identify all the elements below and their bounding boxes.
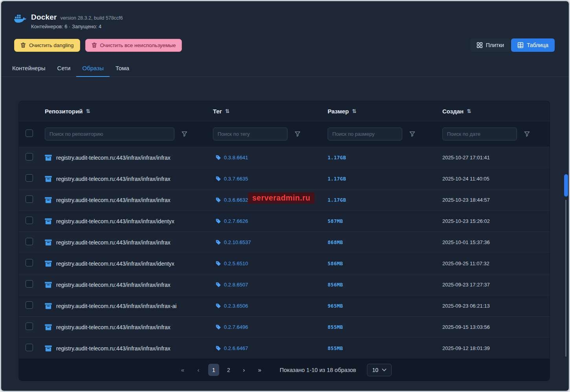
image-created: 2025-10-24 11:40:05 [442, 176, 550, 182]
filter-icon[interactable] [181, 131, 187, 137]
image-tag[interactable]: 0.2.7.6496 [224, 324, 248, 330]
table-view-button[interactable]: Таблица [511, 38, 555, 52]
image-box-icon [45, 176, 52, 182]
table-row[interactable]: registry.audit-telecom.ru:443/infrax/inf… [19, 337, 550, 359]
container-stats: Контейнеров: 6 · Запущено: 4 [31, 24, 123, 29]
tag-icon [216, 303, 221, 308]
image-tag[interactable]: 0.2.5.6510 [224, 261, 248, 266]
image-tag[interactable]: 0.3.6.6632 [224, 197, 248, 203]
image-tag[interactable]: 0.2.6.6467 [224, 345, 248, 351]
table-row[interactable]: registry.audit-telecom.ru:443/infrax/inf… [19, 210, 550, 232]
size-filter-input[interactable] [328, 128, 402, 140]
repository-name: registry.audit-telecom.ru:443/infrax/inf… [56, 155, 170, 161]
image-created: 2025-10-23 15:26:02 [442, 218, 550, 224]
image-box-icon [45, 197, 52, 203]
table-row[interactable]: registry.audit-telecom.ru:443/infrax/inf… [19, 295, 550, 316]
tab-networks[interactable]: Сети [51, 60, 77, 77]
image-size: 1.17GB [328, 155, 442, 160]
row-checkbox[interactable] [26, 153, 33, 160]
sort-icon[interactable]: ⇅ [225, 108, 229, 114]
image-created: 2025-10-27 17:01:41 [442, 155, 550, 160]
repository-name: registry.audit-telecom.ru:443/infrax/inf… [56, 345, 170, 352]
column-header-tag[interactable]: Тег ⇅ [213, 108, 328, 115]
image-created: 2025-09-23 17:27:37 [442, 282, 550, 288]
image-tag[interactable]: 0.2.7.6626 [224, 218, 248, 224]
image-created: 2025-10-23 18:44:57 [442, 197, 550, 203]
image-size: 868MB [328, 239, 442, 245]
repository-name: registry.audit-telecom.ru:443/infrax/inf… [56, 282, 170, 288]
image-tag[interactable]: 0.2.8.6507 [224, 282, 248, 288]
row-checkbox[interactable] [26, 195, 33, 203]
tiles-view-button[interactable]: Плитки [470, 38, 510, 52]
repository-filter-input[interactable] [45, 128, 174, 140]
image-tag[interactable]: 0.3.8.6641 [224, 155, 248, 160]
view-toggle: Плитки Таблица [470, 38, 555, 52]
row-checkbox[interactable] [26, 259, 33, 266]
tab-containers[interactable]: Контейнеры [6, 60, 51, 77]
repository-name: registry.audit-telecom.ru:443/infrax/inf… [56, 197, 170, 203]
image-size: 965MB [328, 303, 442, 309]
scrollbar-thumb[interactable] [564, 174, 568, 197]
trash-icon [20, 42, 26, 48]
image-size: 855MB [328, 324, 442, 330]
image-tag[interactable]: 0.3.7.6635 [224, 176, 248, 182]
clean-unused-button[interactable]: Очистить все неиспользуемые [85, 39, 182, 52]
sort-icon[interactable]: ⇅ [86, 108, 90, 114]
repository-name: registry.audit-telecom.ru:443/infrax/inf… [56, 239, 170, 246]
image-size: 586MB [328, 261, 442, 266]
clean-unused-label: Очистить все неиспользуемые [100, 42, 176, 48]
row-checkbox[interactable] [26, 217, 33, 224]
page-size-select[interactable]: 10 [367, 364, 392, 376]
scrollbar-track[interactable] [565, 200, 566, 357]
column-header-created[interactable]: Создан ⇅ [442, 108, 550, 115]
column-header-size[interactable]: Размер ⇅ [328, 108, 442, 115]
row-checkbox[interactable] [26, 280, 33, 288]
filter-icon[interactable] [409, 131, 415, 137]
tab-bar: Контейнеры Сети Образы Тома [1, 60, 569, 77]
column-header-repository[interactable]: Репозиторий ⇅ [45, 108, 213, 115]
row-checkbox[interactable] [26, 174, 33, 182]
tab-volumes[interactable]: Тома [110, 60, 135, 77]
last-page-button[interactable]: » [254, 364, 266, 376]
watermark: serveradmin.ru [248, 192, 315, 204]
page-button-1[interactable]: 1 [208, 364, 219, 376]
app-title: Docker [31, 13, 57, 22]
repository-name: registry.audit-telecom.ru:443/infrax/inf… [56, 176, 170, 182]
clean-dangling-button[interactable]: Очистить dangling [14, 39, 80, 52]
sort-icon[interactable]: ⇅ [467, 108, 471, 114]
sort-icon[interactable]: ⇅ [352, 108, 356, 114]
row-checkbox[interactable] [26, 301, 33, 309]
prev-page-button[interactable]: ‹ [192, 364, 204, 376]
image-size: 1.17GB [328, 176, 442, 182]
select-all-checkbox[interactable] [26, 129, 33, 137]
first-page-button[interactable]: « [177, 364, 189, 376]
table-row[interactable]: registry.audit-telecom.ru:443/infrax/inf… [19, 232, 550, 253]
table-row[interactable]: registry.audit-telecom.ru:443/infrax/inf… [19, 168, 550, 189]
table-grid-icon [517, 42, 524, 48]
filter-icon[interactable] [524, 131, 530, 137]
image-box-icon [45, 303, 52, 309]
pagination-bar: « ‹ 1 2 › » Показано 1-10 из 18 образов … [19, 359, 550, 381]
table-row[interactable]: registry.audit-telecom.ru:443/infrax/inf… [19, 253, 550, 274]
row-checkbox[interactable] [26, 344, 33, 351]
tag-filter-input[interactable] [213, 128, 288, 140]
table-row[interactable]: registry.audit-telecom.ru:443/infrax/inf… [19, 316, 550, 337]
tab-images[interactable]: Образы [76, 60, 109, 77]
images-table: Репозиторий ⇅ Тег ⇅ Размер ⇅ Создан ⇅ [18, 101, 550, 381]
date-filter-input[interactable] [442, 128, 517, 140]
table-row[interactable]: registry.audit-telecom.ru:443/infrax/inf… [19, 147, 550, 168]
table-body: registry.audit-telecom.ru:443/infrax/inf… [19, 147, 550, 359]
row-checkbox[interactable] [26, 323, 33, 330]
filter-icon[interactable] [295, 131, 301, 137]
image-box-icon [45, 261, 52, 267]
image-created: 2025-09-25 11:07:32 [442, 261, 550, 266]
row-checkbox[interactable] [26, 238, 33, 245]
image-tag[interactable]: 0.2.10.6537 [224, 239, 251, 245]
image-box-icon [45, 282, 52, 288]
table-row[interactable]: registry.audit-telecom.ru:443/infrax/inf… [19, 274, 550, 295]
docker-logo-icon [14, 14, 26, 23]
tag-icon [216, 346, 221, 351]
next-page-button[interactable]: › [238, 364, 250, 376]
page-button-2[interactable]: 2 [223, 364, 234, 376]
image-tag[interactable]: 0.2.3.6506 [224, 303, 248, 309]
